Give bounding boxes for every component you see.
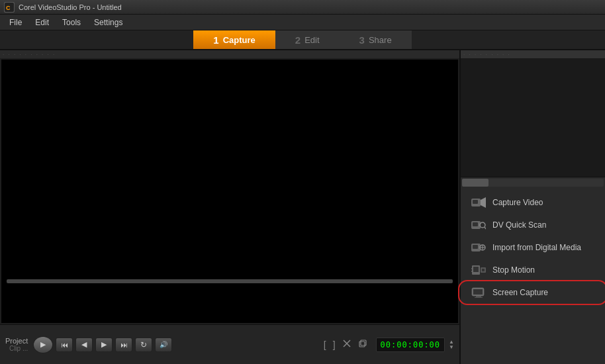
- svg-rect-4: [359, 341, 365, 347]
- svg-marker-7: [481, 197, 486, 208]
- next-end-icon: ⏭: [120, 341, 128, 349]
- scrollbar-thumb[interactable]: [462, 179, 489, 187]
- tab-share-label: Share: [369, 35, 392, 45]
- next-frame-icon: ▶: [101, 340, 107, 349]
- dv-quick-scan-item[interactable]: DV Quick Scan: [463, 215, 602, 235]
- import-digital-icon: [471, 242, 486, 253]
- dv-quick-scan-label: DV Quick Scan: [492, 220, 546, 230]
- svg-rect-12: [473, 222, 478, 226]
- bracket-in-button[interactable]: [: [322, 340, 328, 350]
- volume-icon: 🔊: [160, 341, 167, 348]
- svg-rect-8: [473, 200, 478, 204]
- menubar: File Edit Tools Settings: [0, 15, 605, 30]
- tab-edit-label: Edit: [304, 35, 319, 45]
- svg-rect-14: [473, 245, 478, 249]
- play-icon: ▶: [40, 340, 46, 349]
- prev-start-button[interactable]: ⏮: [56, 338, 73, 352]
- menu-settings[interactable]: Settings: [87, 16, 129, 29]
- project-clip-label: Project Clip ...: [5, 337, 28, 352]
- progress-bar[interactable]: [7, 279, 453, 283]
- tab-edit[interactable]: 2 Edit: [275, 30, 340, 49]
- volume-button[interactable]: 🔊: [155, 338, 172, 352]
- video-preview: [1, 60, 458, 323]
- copy-button[interactable]: [356, 339, 369, 350]
- left-panel: · · · · · · · · · · Project Clip ... ▶ ⏮: [0, 50, 459, 364]
- capture-video-icon: [471, 197, 486, 208]
- prev-start-icon: ⏮: [61, 341, 68, 349]
- drag-dots-left: · · · · · · · · · ·: [3, 52, 56, 58]
- next-end-button[interactable]: ⏭: [115, 338, 132, 352]
- drag-handle-left[interactable]: · · · · · · · · · ·: [0, 50, 459, 58]
- import-digital-item[interactable]: Import from Digital Media: [463, 238, 602, 257]
- stop-motion-icon: [471, 264, 486, 276]
- tab-capture-num: 1: [213, 34, 218, 46]
- screen-capture-label: Screen Capture: [492, 288, 548, 297]
- prev-frame-icon: ◀: [81, 340, 87, 349]
- right-scrollbar[interactable]: [462, 179, 604, 187]
- tab-share[interactable]: 3 Share: [340, 30, 412, 49]
- bracket-out-button[interactable]: ]: [331, 340, 338, 350]
- clip-label: Clip ...: [9, 345, 28, 352]
- screen-capture-icon: [471, 287, 486, 298]
- svg-point-10: [480, 222, 485, 228]
- stop-motion-label: Stop Motion: [492, 265, 535, 275]
- capture-video-item[interactable]: Capture Video: [463, 193, 602, 212]
- right-preview-area: [461, 58, 605, 177]
- cut-button[interactable]: [340, 339, 353, 350]
- drag-dots-right: · · · · · · · · ·: [463, 52, 511, 58]
- capture-video-label: Capture Video: [492, 198, 543, 207]
- timecode-down[interactable]: ▼: [449, 345, 454, 350]
- repeat-icon: ↻: [140, 340, 147, 349]
- svg-rect-23: [482, 269, 485, 271]
- svg-rect-19: [473, 267, 479, 272]
- drag-handle-right[interactable]: · · · · · · · · ·: [461, 50, 605, 58]
- playback-controls: Project Clip ... ▶ ⏮ ◀ ▶ ⏭: [0, 324, 459, 364]
- tab-share-num: 3: [359, 34, 365, 46]
- svg-text:C: C: [6, 5, 11, 11]
- svg-line-11: [485, 227, 486, 229]
- menu-edit[interactable]: Edit: [28, 16, 56, 29]
- import-digital-label: Import from Digital Media: [492, 243, 581, 252]
- prev-frame-button[interactable]: ◀: [75, 338, 93, 352]
- right-panel: · · · · · · · · · Capture Video: [459, 50, 605, 364]
- play-button[interactable]: ▶: [33, 336, 53, 353]
- svg-rect-25: [473, 289, 483, 295]
- titlebar: C Corel VideoStudio Pro - Untitled: [0, 0, 605, 15]
- stop-motion-item[interactable]: Stop Motion: [463, 260, 602, 280]
- svg-rect-5: [361, 340, 366, 345]
- svg-rect-26: [476, 296, 481, 297]
- menu-tools[interactable]: Tools: [56, 16, 87, 29]
- timecode-display: 00:00:00:00: [376, 338, 445, 352]
- screen-capture-item[interactable]: Screen Capture: [463, 283, 602, 302]
- svg-rect-27: [475, 297, 483, 298]
- app-icon: C: [4, 2, 15, 13]
- titlebar-title: Corel VideoStudio Pro - Untitled: [19, 3, 122, 11]
- capture-menu: Capture Video DV Quick Scan: [461, 188, 605, 364]
- repeat-button[interactable]: ↻: [135, 338, 152, 352]
- tab-capture-label: Capture: [223, 35, 256, 45]
- tab-edit-num: 2: [295, 34, 301, 46]
- dv-quick-scan-icon: [471, 219, 486, 231]
- project-label: Project: [5, 337, 28, 345]
- main-area: · · · · · · · · · · Project Clip ... ▶ ⏮: [0, 50, 605, 364]
- tabbar: 1 Capture 2 Edit 3 Share: [0, 30, 605, 50]
- tab-capture[interactable]: 1 Capture: [193, 30, 275, 49]
- menu-file[interactable]: File: [3, 16, 28, 29]
- next-frame-button[interactable]: ▶: [95, 338, 113, 352]
